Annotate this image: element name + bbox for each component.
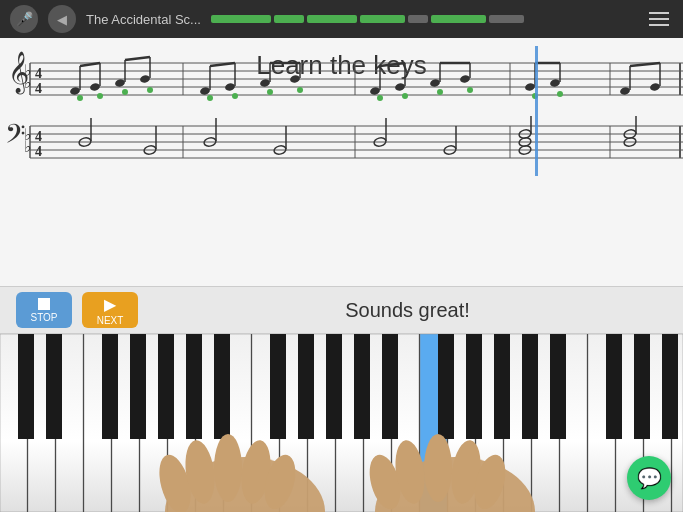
svg-text:𝄢: 𝄢: [5, 119, 26, 155]
svg-point-44: [224, 82, 235, 91]
mic-button[interactable]: 🎤: [10, 5, 38, 33]
svg-point-63: [459, 74, 470, 83]
menu-button[interactable]: [645, 5, 673, 33]
back-button[interactable]: ◀: [48, 5, 76, 33]
svg-text:4: 4: [35, 81, 42, 96]
svg-point-47: [259, 78, 270, 87]
mic-icon: 🎤: [16, 11, 33, 27]
svg-rect-144: [550, 334, 566, 439]
svg-line-37: [125, 57, 150, 60]
svg-point-42: [199, 86, 210, 95]
svg-point-58: [394, 82, 405, 91]
top-bar: 🎤 ◀ The Accidental Sc...: [0, 0, 683, 38]
svg-text:4: 4: [35, 66, 42, 81]
svg-point-70: [524, 82, 535, 91]
svg-point-55: [297, 87, 303, 93]
svg-point-151: [214, 434, 242, 502]
svg-rect-129: [46, 334, 62, 439]
svg-point-79: [649, 82, 660, 91]
sheet-music: 𝄞 𝄢 4 4 4 4: [0, 38, 683, 183]
progress-segment: [408, 15, 428, 23]
svg-rect-146: [634, 334, 650, 439]
back-icon: ◀: [57, 12, 67, 27]
svg-rect-147: [662, 334, 678, 439]
black-key[interactable]: [18, 334, 34, 439]
controls-bar: STOP ▶ NEXT Sounds great!: [0, 286, 683, 334]
svg-rect-131: [130, 334, 146, 439]
svg-rect-143: [522, 334, 538, 439]
svg-rect-135: [270, 334, 286, 439]
svg-rect-101: [535, 46, 538, 176]
next-label: NEXT: [97, 315, 124, 326]
svg-point-41: [147, 87, 153, 93]
menu-icon: [649, 18, 669, 20]
svg-point-28: [69, 86, 80, 95]
progress-segment: [274, 15, 304, 23]
next-icon: ▶: [104, 295, 116, 314]
progress-segment: [431, 15, 486, 23]
svg-text:4: 4: [35, 144, 42, 159]
svg-point-68: [437, 89, 443, 95]
svg-point-69: [467, 87, 473, 93]
svg-point-30: [89, 82, 100, 91]
svg-rect-136: [298, 334, 314, 439]
svg-rect-130: [102, 334, 118, 439]
progress-bar: [211, 13, 635, 25]
progress-segment: [360, 15, 405, 23]
svg-point-54: [267, 89, 273, 95]
stop-label: STOP: [30, 312, 57, 323]
sheet-section: Learn the keys 𝄞 𝄢 4 4 4: [0, 38, 683, 286]
svg-rect-139: [382, 334, 398, 439]
svg-point-56: [369, 86, 380, 95]
svg-point-39: [97, 93, 103, 99]
svg-text:♭: ♭: [24, 138, 32, 155]
svg-point-38: [77, 95, 83, 101]
svg-point-52: [207, 95, 213, 101]
piano-section: 💬: [0, 334, 683, 512]
svg-text:4: 4: [35, 129, 42, 144]
piano-keyboard: [0, 334, 683, 512]
svg-point-49: [289, 74, 300, 83]
stop-button[interactable]: STOP: [16, 292, 72, 328]
svg-rect-141: [466, 334, 482, 439]
svg-point-61: [429, 78, 440, 87]
svg-point-53: [232, 93, 238, 99]
progress-segment: [307, 15, 357, 23]
svg-point-77: [619, 86, 630, 95]
svg-rect-140: [438, 334, 454, 439]
status-text: Sounds great!: [148, 299, 667, 322]
svg-rect-142: [494, 334, 510, 439]
svg-rect-134: [214, 334, 230, 439]
next-button[interactable]: ▶ NEXT: [82, 292, 138, 328]
song-title: The Accidental Sc...: [86, 12, 201, 27]
svg-text:♭: ♭: [24, 74, 32, 91]
progress-segment: [489, 15, 524, 23]
svg-point-157: [424, 434, 452, 502]
svg-rect-138: [354, 334, 370, 439]
chat-icon: 💬: [637, 466, 662, 490]
chat-button[interactable]: 💬: [627, 456, 671, 500]
svg-point-76: [557, 91, 563, 97]
progress-segment: [211, 15, 271, 23]
stop-icon: [38, 298, 50, 310]
svg-point-66: [377, 95, 383, 101]
menu-icon: [649, 24, 669, 26]
svg-rect-133: [186, 334, 202, 439]
svg-point-35: [139, 74, 150, 83]
svg-point-40: [122, 89, 128, 95]
svg-point-72: [549, 78, 560, 87]
svg-point-67: [402, 93, 408, 99]
svg-rect-145: [606, 334, 622, 439]
menu-icon: [649, 12, 669, 14]
svg-rect-132: [158, 334, 174, 439]
svg-point-33: [114, 78, 125, 87]
svg-rect-137: [326, 334, 342, 439]
